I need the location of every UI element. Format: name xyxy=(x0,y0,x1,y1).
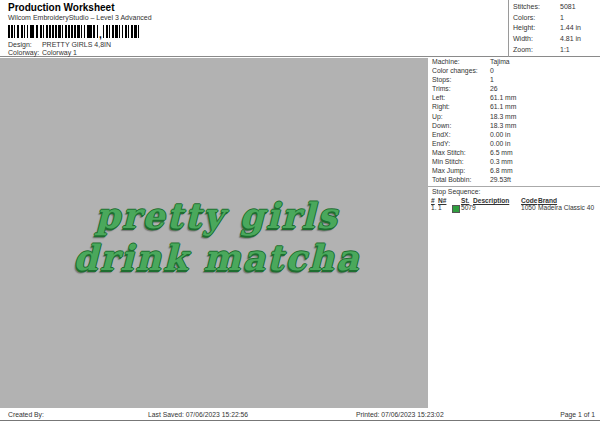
thread-color-swatch xyxy=(452,205,460,213)
machine-info-panel: Machine: Tajima Color changes: 0 Stops: … xyxy=(428,58,600,408)
info-value: 26 xyxy=(490,85,498,92)
info-left: Left: 61.1 mm xyxy=(428,94,600,103)
info-max-jump: Max Jump: 6.8 mm xyxy=(428,167,600,176)
production-worksheet-page: Production Worksheet Wilcom EmbroiderySt… xyxy=(0,0,600,424)
info-label: Color changes: xyxy=(432,67,478,74)
worksheet-footer: Created By: Last Saved: 07/06/2023 15:22… xyxy=(0,408,600,421)
info-value: 6.5 mm xyxy=(490,149,513,156)
barcode-segment-2 xyxy=(103,25,141,38)
info-label: Max Jump: xyxy=(432,167,465,174)
info-value: 0.00 in xyxy=(490,131,510,138)
info-min-stitch: Min Stitch: 0.3 mm xyxy=(428,158,600,167)
info-label: Min Stitch: xyxy=(432,158,464,165)
created-by-label: Created By: xyxy=(8,411,44,418)
info-label: Total Bobbin: xyxy=(432,176,471,183)
printed-text: Printed: 07/06/2023 15:23:02 xyxy=(356,411,444,418)
table-row-needle: 1 xyxy=(438,204,442,211)
column-header-description: Description xyxy=(473,197,509,204)
design-label: Design: xyxy=(8,41,40,48)
info-label: Right: xyxy=(432,103,450,110)
stat-label: Zoom: xyxy=(513,46,533,53)
last-saved-text: Last Saved: 07/06/2023 15:22:56 xyxy=(148,411,248,418)
info-down: Down: 18.3 mm xyxy=(428,122,600,131)
design-barcode: , xyxy=(8,25,141,38)
info-right: Right: 61.1 mm xyxy=(428,103,600,112)
app-subtitle: Wilcom EmbroideryStudio – Level 3 Advanc… xyxy=(8,14,152,21)
stat-value: 1.44 in xyxy=(560,24,581,31)
panel-divider xyxy=(428,186,600,187)
table-row-code: 1050 xyxy=(521,204,536,211)
stat-value: 1 xyxy=(560,14,564,21)
info-label: Machine: xyxy=(432,58,460,65)
design-row: Design: PRETTY GIRLS 4,8IN xyxy=(8,41,111,48)
info-value: 18.3 mm xyxy=(490,113,516,120)
info-value: 29.53ft xyxy=(490,176,511,183)
page-title: Production Worksheet xyxy=(8,2,115,13)
info-trims: Trims: 26 xyxy=(428,85,600,94)
info-label: Up: xyxy=(432,113,443,120)
colorway-value: Colorway 1 xyxy=(42,49,77,56)
stat-label: Stitches: xyxy=(513,3,540,10)
stat-zoom: Zoom: 1:1 xyxy=(513,46,600,57)
column-header-brand: Brand xyxy=(538,197,557,204)
colorway-row: Colorway: Colorway 1 xyxy=(8,49,77,56)
column-header-code: Code xyxy=(521,197,537,204)
stat-height: Height: 1.44 in xyxy=(513,24,600,35)
info-endx: EndX: 0.00 in xyxy=(428,131,600,140)
info-up: Up: 18.3 mm xyxy=(428,113,600,122)
info-color-changes: Color changes: 0 xyxy=(428,67,600,76)
column-header-num: # xyxy=(431,197,435,204)
stat-width: Width: 4.81 in xyxy=(513,35,600,46)
column-header-thread: St. xyxy=(461,197,469,204)
info-value: 0.3 mm xyxy=(490,158,513,165)
page-number: Page 1 of 1 xyxy=(560,411,595,418)
info-value: 0 xyxy=(490,67,494,74)
info-label: EndY: xyxy=(432,140,450,147)
column-header-needle: N# xyxy=(438,197,446,204)
info-machine: Machine: Tajima xyxy=(428,58,600,67)
table-row-brand: Madeira Classic 40 xyxy=(538,204,594,211)
design-canvas: pretty girls drink matcha xyxy=(0,58,434,408)
info-endy: EndY: 0.00 in xyxy=(428,140,600,149)
info-label: EndX: xyxy=(432,131,451,138)
info-total-bobbin: Total Bobbin: 29.53ft xyxy=(428,176,600,185)
barcode-segment-1 xyxy=(8,25,98,38)
stat-value: 1:1 xyxy=(560,46,570,53)
barcode-comma: , xyxy=(99,32,102,38)
info-label: Max Stitch: xyxy=(432,149,466,156)
info-label: Stops: xyxy=(432,76,451,83)
info-value: 18.3 mm xyxy=(490,122,516,129)
info-value: 61.1 mm xyxy=(490,94,516,101)
info-label: Left: xyxy=(432,94,445,101)
info-stops: Stops: 1 xyxy=(428,76,600,85)
info-value: 1 xyxy=(490,76,494,83)
table-row-thread: 5079 xyxy=(461,204,476,211)
stat-label: Height: xyxy=(513,24,535,31)
stat-stitches: Stitches: 5081 xyxy=(513,3,600,14)
info-value: 0.00 in xyxy=(490,140,510,147)
info-value: 6.8 mm xyxy=(490,167,513,174)
info-max-stitch: Max Stitch: 6.5 mm xyxy=(428,149,600,158)
colorway-label: Colorway: xyxy=(8,49,40,56)
stat-label: Width: xyxy=(513,35,533,42)
stat-value: 5081 xyxy=(560,3,576,10)
design-stats-box: Stitches: 5081 Colors: 1 Height: 1.44 in… xyxy=(508,0,600,57)
info-value: Tajima xyxy=(490,58,510,65)
worksheet-header: Production Worksheet Wilcom EmbroiderySt… xyxy=(0,0,600,57)
stat-label: Colors: xyxy=(513,14,535,21)
embroidery-text-line2: drink matcha xyxy=(73,237,360,279)
table-row-num: 1. xyxy=(431,204,437,211)
embroidery-text-line1: pretty girls xyxy=(95,195,338,237)
stat-value: 4.81 in xyxy=(560,35,581,42)
design-value: PRETTY GIRLS 4,8IN xyxy=(42,41,111,48)
info-label: Trims: xyxy=(432,85,451,92)
stop-sequence-title: Stop Sequence: xyxy=(432,188,480,195)
stat-colors: Colors: 1 xyxy=(513,14,600,25)
info-value: 61.1 mm xyxy=(490,103,516,110)
info-label: Down: xyxy=(432,122,451,129)
